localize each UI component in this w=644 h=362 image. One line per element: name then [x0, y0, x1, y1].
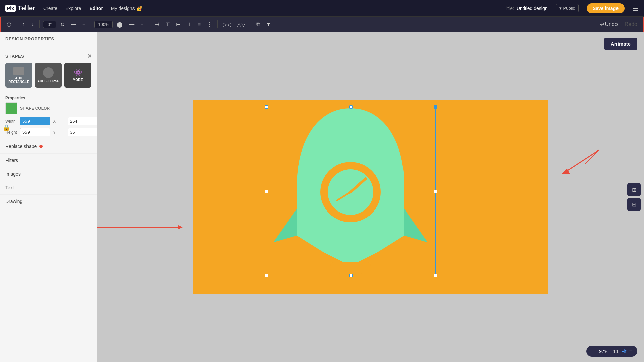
top-nav: Pix Teller Create Explore Editor My desi…	[0, 0, 644, 17]
hamburger-menu-button[interactable]: ☰	[633, 4, 639, 12]
nav-explore[interactable]: Explore	[65, 6, 81, 11]
y-field: Y	[53, 128, 97, 136]
title-value[interactable]: Untitled design	[517, 6, 548, 11]
toolbar-divider-1	[17, 20, 17, 28]
svg-marker-11	[178, 225, 183, 230]
canvas-background[interactable]	[193, 100, 548, 294]
zoom-out-button[interactable]: −	[591, 348, 595, 355]
move-down-button[interactable]: ↓	[29, 20, 36, 29]
replace-shape-item[interactable]: Replace shape	[0, 140, 97, 154]
drawing-item[interactable]: Drawing	[0, 195, 97, 208]
canvas-wrapper	[193, 100, 548, 294]
undo-button[interactable]: ↩ Undo	[598, 20, 620, 29]
redo-button[interactable]: Redo	[623, 20, 639, 29]
rectangle-icon	[13, 67, 24, 75]
title-area: Title: Untitled design	[504, 6, 547, 11]
add-rectangle-button[interactable]: ADD RECTANGLE	[5, 63, 32, 88]
align-bottom[interactable]: ⋮	[205, 20, 214, 29]
lock-icon[interactable]: 🔒	[3, 124, 10, 131]
align-right[interactable]: ⊢	[174, 20, 183, 29]
delete-button[interactable]: 🗑	[264, 20, 273, 29]
fit-button[interactable]: Fit	[621, 349, 627, 354]
right-tools: ⊞ ⊟	[627, 183, 641, 211]
zoom-number: 11	[613, 349, 619, 354]
add-to-canvas-button[interactable]: ⊞	[627, 183, 641, 196]
svg-rect-4	[330, 262, 371, 267]
public-button[interactable]: ▾ Public	[556, 4, 579, 12]
red-arrow-left	[97, 210, 196, 244]
replace-shape-dot	[39, 145, 43, 148]
align-top[interactable]: ⊥	[185, 20, 194, 29]
zoom-value[interactable]: 100%	[94, 21, 113, 28]
x-input[interactable]	[68, 117, 97, 125]
toolbar-divider-5	[217, 20, 218, 28]
height-input[interactable]	[20, 128, 50, 136]
close-shapes-icon[interactable]: ✕	[87, 53, 92, 59]
chevron-down-icon: ▾	[559, 6, 562, 11]
svg-line-7	[565, 150, 599, 172]
rotation-value[interactable]: 0°	[43, 21, 56, 28]
logo: Pix Teller	[5, 4, 35, 12]
minus-button[interactable]: —	[69, 20, 78, 29]
align-center-h[interactable]: ⊤	[163, 20, 172, 29]
filters-item[interactable]: Filters	[0, 154, 97, 167]
align-center-v[interactable]: ≡	[196, 20, 203, 29]
properties-title: Properties	[5, 96, 92, 100]
ellipse-icon	[43, 67, 54, 78]
rotate-button[interactable]: ↻	[58, 20, 67, 29]
flip-v[interactable]: △▽	[235, 20, 247, 29]
svg-rect-6	[339, 273, 362, 276]
move-up-button[interactable]: ↑	[20, 20, 27, 29]
add-ellipse-button[interactable]: ADD ELLIPSE	[35, 63, 62, 88]
color-row: SHAPE COLOR	[5, 102, 92, 114]
design-properties-title: Design properties	[5, 36, 92, 41]
opacity-button[interactable]: ⬤	[115, 20, 125, 29]
animate-button[interactable]: Animate	[604, 38, 637, 50]
x-field: X	[53, 117, 97, 125]
canvas-area: Animate	[97, 32, 644, 362]
flip-h[interactable]: ▷◁	[221, 20, 233, 29]
save-image-button[interactable]: Save image	[587, 3, 625, 13]
sidebar: Design properties Shapes ✕ ADD RECTANGLE…	[0, 32, 97, 362]
title-label: Title:	[504, 6, 514, 11]
images-item[interactable]: Images	[0, 167, 97, 181]
toolbar-divider-3	[91, 20, 91, 28]
nav-create[interactable]: Create	[43, 6, 57, 11]
shape-color-label: SHAPE COLOR	[20, 106, 50, 111]
duplicate-button[interactable]: ⧉	[254, 20, 262, 29]
width-field: Width	[5, 117, 50, 125]
shapes-section: Shapes ✕ ADD RECTANGLE ADD ELLIPSE 👾 MOR…	[0, 49, 97, 92]
toolbar: ⬡ ↑ ↓ 0° ↻ — + 100% ⬤ — + ⊣ ⊤ ⊢ ⊥ ≡ ⋮ ▷◁…	[0, 17, 644, 32]
more-shapes-icon: 👾	[74, 69, 82, 77]
y-input[interactable]	[68, 128, 97, 136]
undo-icon: ↩	[600, 21, 604, 28]
nav-editor[interactable]: Editor	[89, 6, 103, 11]
logo-box: Pix	[5, 5, 16, 12]
layers-button[interactable]: ⊟	[627, 198, 641, 211]
layer-button[interactable]: ⬡	[5, 20, 13, 29]
y-label: Y	[53, 130, 66, 135]
height-field: Height	[5, 128, 50, 136]
redo-label: Redo	[625, 21, 637, 27]
bottom-zoom-bar: − 97% 11 Fit +	[586, 346, 637, 357]
text-item[interactable]: Text	[0, 181, 97, 195]
opacity-plus[interactable]: +	[138, 20, 145, 29]
color-swatch[interactable]	[5, 102, 17, 114]
toolbar-divider-4	[149, 20, 149, 28]
undo-redo-area: ↩ Undo Redo	[598, 20, 640, 29]
align-left[interactable]: ⊣	[153, 20, 161, 29]
width-input[interactable]	[20, 117, 50, 125]
zoom-percent: 97%	[597, 349, 610, 354]
main-layout: Design properties Shapes ✕ ADD RECTANGLE…	[0, 32, 644, 362]
rocket-svg	[267, 102, 434, 276]
svg-marker-8	[562, 169, 570, 174]
add-more-button[interactable]: 👾 MORE	[64, 63, 91, 88]
svg-line-9	[585, 150, 599, 164]
svg-rect-5	[334, 268, 367, 272]
plus-button[interactable]: +	[80, 20, 87, 29]
nav-mydesigns[interactable]: My designs 👑	[111, 6, 142, 11]
width-label: Width	[5, 119, 19, 124]
x-label: X	[53, 119, 66, 124]
opacity-minus[interactable]: —	[127, 20, 136, 29]
zoom-in-button[interactable]: +	[629, 348, 633, 355]
